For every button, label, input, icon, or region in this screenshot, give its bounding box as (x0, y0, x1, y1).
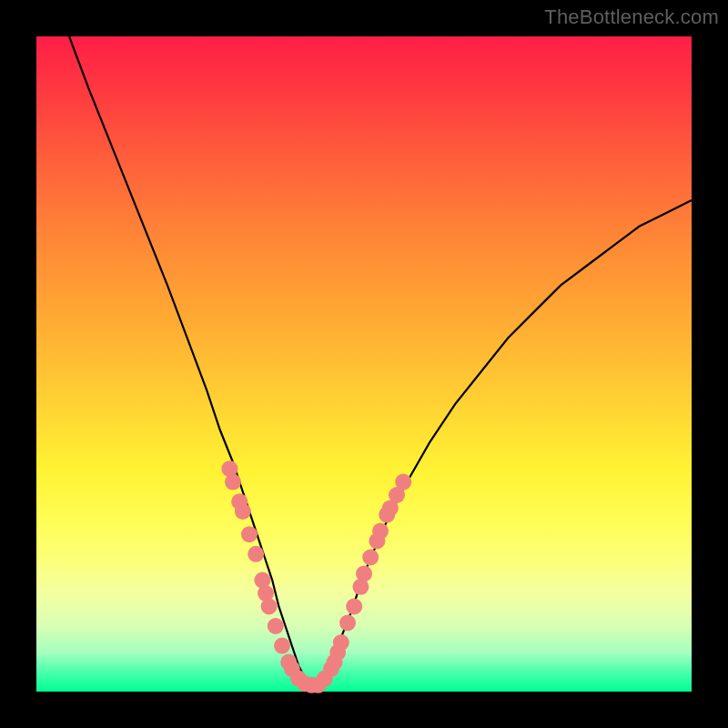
watermark-text: TheBottleneck.com (544, 5, 719, 29)
curve-marker (333, 634, 349, 651)
curve-marker (346, 598, 362, 614)
curve-marker (261, 598, 278, 614)
curve-marker (268, 618, 284, 634)
curve-marker (362, 549, 379, 565)
curve-marker (235, 503, 251, 520)
curve-svg (36, 36, 692, 692)
plot-area (36, 36, 692, 692)
curve-marker (248, 546, 264, 562)
chart-frame: TheBottleneck.com (0, 0, 728, 728)
curve-marker (241, 526, 258, 542)
curve-marker (356, 565, 372, 581)
bottleneck-curve (69, 36, 692, 685)
curve-marker (395, 474, 411, 490)
curve-marker (339, 614, 356, 631)
curve-marker (372, 523, 389, 540)
curve-markers (221, 460, 411, 693)
curve-marker (225, 474, 241, 490)
curve-marker (274, 638, 290, 654)
